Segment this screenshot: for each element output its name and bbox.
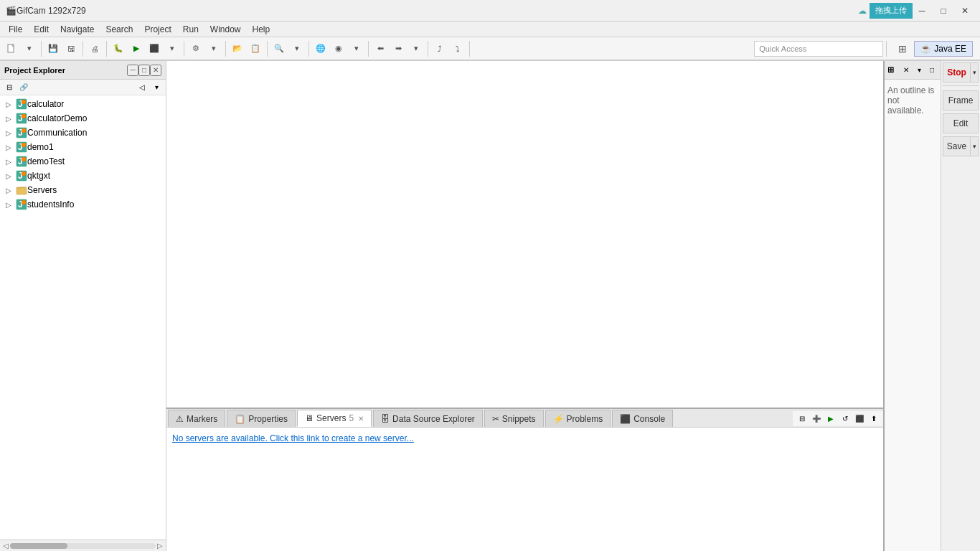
tab-properties[interactable]: 📋 Properties — [227, 410, 296, 427]
toolbar-btn-extra1[interactable]: ⤴ — [431, 40, 448, 57]
bottom-new-server-btn[interactable]: ➕ — [810, 413, 823, 425]
servers-tab-badge: 5 — [349, 413, 354, 423]
menu-help[interactable]: Help — [247, 23, 276, 36]
outline-max-btn[interactable]: □ — [926, 65, 938, 76]
menu-project[interactable]: Project — [138, 23, 176, 36]
outline-menu-btn[interactable]: ▾ — [913, 65, 925, 76]
pe-minimize-button[interactable]: ─ — [127, 65, 138, 76]
bottom-stop-btn[interactable]: ⬛ — [853, 413, 866, 425]
toolbar-btn-14[interactable]: ⬅ — [372, 40, 389, 57]
toolbar-btn-10[interactable]: ▾ — [288, 40, 306, 57]
bottom-tab-bar: ⚠ Markers 📋 Properties 🖥 Servers 5 ✕ — [166, 409, 883, 428]
toolbar-btn-12[interactable]: ◉ — [330, 40, 347, 57]
save-main-button[interactable]: Save — [943, 136, 970, 156]
menu-edit[interactable]: Edit — [28, 23, 55, 36]
toolbar-btn-9[interactable]: 🔍 — [270, 40, 288, 57]
save-dropdown-arrow[interactable]: ▾ — [970, 136, 979, 156]
toolbar-btn-15[interactable]: ➡ — [390, 40, 407, 57]
toolbar-btn-5[interactable]: ⚙ — [187, 40, 204, 57]
bottom-publish-btn[interactable]: ⬆ — [867, 413, 880, 425]
expand-arrow-calculatordemo: ▷ — [6, 115, 14, 123]
tree-item-calculatordemo[interactable]: ▷ J calculatorDemo — [0, 111, 166, 126]
tree-item-qktgxt[interactable]: ▷ J qktgxt — [0, 169, 166, 183]
toolbar-btn-8[interactable]: 📋 — [247, 40, 264, 57]
frame-button[interactable]: Frame — [943, 90, 979, 110]
tab-console[interactable]: ⬛ Console — [612, 410, 673, 427]
tab-markers[interactable]: ⚠ Markers — [168, 410, 225, 427]
scroll-left-arrow[interactable]: ◁ — [1, 542, 10, 550]
servers-tab-close[interactable]: ✕ — [358, 415, 364, 423]
expand-arrow-demotest: ▷ — [6, 158, 14, 166]
menu-run[interactable]: Run — [177, 23, 204, 36]
titlebar-text: GifCam 1292x729 — [17, 6, 858, 16]
toolbar-separator-2 — [83, 41, 83, 57]
new-dropdown-button[interactable]: ▾ — [21, 40, 38, 57]
no-servers-link[interactable]: No servers are available. Click this lin… — [172, 433, 414, 443]
tab-snippets[interactable]: ✂ Snippets — [484, 410, 544, 427]
toolbar-btn-13[interactable]: ▾ — [348, 40, 365, 57]
tree-item-communication[interactable]: ▷ J Communication — [0, 126, 166, 140]
expand-arrow-servers: ▷ — [6, 187, 14, 194]
project-explorer-panel: Project Explorer ─ □ ✕ ⊟ 🔗 ◁ ▾ ▷ J calcu… — [0, 61, 166, 551]
menu-navigate[interactable]: Navigate — [55, 23, 100, 36]
svg-point-3 — [22, 100, 26, 104]
expand-arrow-communication: ▷ — [6, 129, 14, 137]
run-button[interactable]: ▶ — [128, 40, 145, 57]
stop-run-button[interactable]: ⬛ — [146, 40, 163, 57]
outline-close-btn[interactable]: ✕ — [900, 65, 912, 76]
tab-servers[interactable]: 🖥 Servers 5 ✕ — [297, 410, 372, 427]
pe-maximize-button[interactable]: □ — [138, 65, 150, 76]
toolbar-separator-1 — [41, 41, 42, 57]
problems-tab-label: Problems — [567, 414, 603, 424]
outline-title: ⊞ — [887, 65, 899, 75]
perspective-icon-btn[interactable]: ⊞ — [894, 40, 911, 57]
toolbar-btn-extra2[interactable]: ⤵ — [449, 40, 466, 57]
scroll-right-arrow[interactable]: ▷ — [156, 542, 164, 550]
save-button[interactable]: 💾 — [44, 40, 62, 57]
tree-item-demotest[interactable]: ▷ J demoTest — [0, 154, 166, 169]
pe-horizontal-scrollbar[interactable]: ◁ ▷ — [0, 540, 166, 551]
new-button[interactable] — [3, 40, 20, 57]
tree-item-studentsinfo[interactable]: ▷ J studentsInfo — [0, 197, 166, 212]
save-all-button[interactable]: 🖫 — [62, 40, 80, 57]
toolbar-btn-7[interactable]: 📂 — [229, 40, 246, 57]
tree-item-servers[interactable]: ▷ Servers — [0, 183, 166, 197]
menu-file[interactable]: File — [3, 23, 28, 36]
toolbar-separator-9 — [428, 41, 428, 57]
tree-label-demotest: demoTest — [27, 156, 65, 166]
toolbar-btn-16[interactable]: ▾ — [407, 40, 425, 57]
stop-button[interactable]: Stop — [943, 62, 970, 83]
stop-dropdown-arrow[interactable]: ▾ — [970, 62, 979, 83]
snippets-tab-icon: ✂ — [492, 414, 499, 424]
bottom-content: No servers are available. Click this lin… — [166, 428, 883, 551]
console-tab-icon: ⬛ — [620, 414, 631, 424]
pe-collapse-all-button[interactable]: ⊟ — [3, 81, 16, 94]
tree-item-demo1[interactable]: ▷ J demo1 — [0, 140, 166, 154]
pe-link-button[interactable]: 🔗 — [17, 81, 30, 94]
print-button[interactable]: 🖨 — [86, 40, 103, 57]
pe-back-button[interactable]: ◁ — [136, 81, 149, 94]
bottom-restart-btn[interactable]: ↺ — [839, 413, 852, 425]
tab-datasource[interactable]: 🗄 Data Source Explorer — [373, 410, 483, 427]
titlebar: 🎬 GifCam 1292x729 ☁ 拖拽上传 ─ □ ✕ — [0, 0, 980, 22]
pe-close-button[interactable]: ✕ — [150, 65, 161, 76]
tab-problems[interactable]: ⚡ Problems — [545, 410, 611, 427]
quick-access-input[interactable]: Quick Access — [754, 41, 883, 57]
run-dropdown-button[interactable]: ▾ — [164, 40, 181, 57]
bottom-collapse-btn[interactable]: ⊟ — [796, 413, 809, 425]
toolbar-btn-6[interactable]: ▾ — [205, 40, 222, 57]
pe-forward-button[interactable]: ▾ — [150, 81, 163, 94]
menu-search[interactable]: Search — [100, 23, 138, 36]
toolbar-btn-11[interactable]: 🌐 — [312, 40, 329, 57]
minimize-button[interactable]: ─ — [913, 4, 931, 18]
gifcam-upload-button[interactable]: 拖拽上传 — [870, 3, 913, 19]
java-ee-perspective[interactable]: ☕ Java EE — [914, 41, 973, 57]
maximize-button[interactable]: □ — [934, 4, 953, 18]
menu-window[interactable]: Window — [204, 23, 247, 36]
bottom-start-btn[interactable]: ▶ — [824, 413, 837, 425]
close-button[interactable]: ✕ — [956, 4, 974, 18]
debug-button[interactable]: 🐛 — [110, 40, 127, 57]
tree-item-calculator[interactable]: ▷ J calculator — [0, 97, 166, 111]
edit-button[interactable]: Edit — [943, 113, 979, 133]
scroll-track — [10, 543, 156, 549]
